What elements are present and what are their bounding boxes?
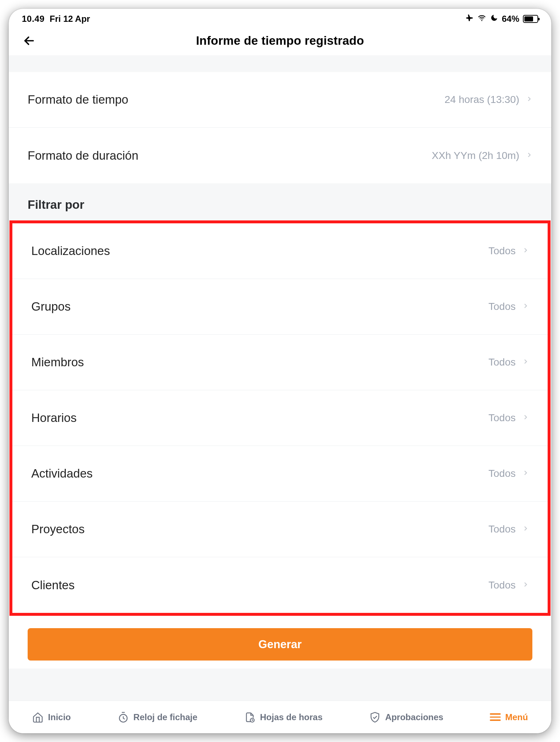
row-filter-members[interactable]: Miembros Todos xyxy=(12,335,548,390)
row-time-format[interactable]: Formato de tiempo 24 horas (13:30) xyxy=(9,72,551,128)
navigation-bar: Informe de tiempo registrado xyxy=(9,26,551,55)
row-label: Horarios xyxy=(31,411,77,425)
battery-icon xyxy=(523,15,538,23)
page-title: Informe de tiempo registrado xyxy=(9,34,551,48)
chevron-right-icon xyxy=(522,468,529,479)
row-value: Todos xyxy=(488,468,516,479)
format-section: Formato de tiempo 24 horas (13:30) Forma… xyxy=(9,72,551,183)
row-value: Todos xyxy=(488,356,516,368)
status-time: 10.49 xyxy=(22,14,45,24)
row-value: Todos xyxy=(488,523,516,535)
shield-check-icon xyxy=(369,711,381,723)
row-label: Proyectos xyxy=(31,522,85,536)
row-value: 24 horas (13:30) xyxy=(445,94,519,105)
chevron-right-icon xyxy=(522,301,529,312)
row-label: Grupos xyxy=(31,300,71,314)
row-value: XXh YYm (2h 10m) xyxy=(432,150,519,161)
tab-timeclock[interactable]: Reloj de fichaje xyxy=(117,711,197,723)
tab-label: Reloj de fichaje xyxy=(133,712,197,722)
filter-section-header: Filtrar por xyxy=(9,183,551,220)
status-date: Fri 12 Apr xyxy=(50,14,90,24)
row-duration-format[interactable]: Formato de duración XXh YYm (2h 10m) xyxy=(9,128,551,183)
row-value: Todos xyxy=(488,579,516,591)
row-filter-schedules[interactable]: Horarios Todos xyxy=(12,390,548,446)
home-icon xyxy=(32,711,44,723)
chevron-right-icon xyxy=(526,94,532,105)
row-label: Formato de tiempo xyxy=(28,93,128,107)
do-not-disturb-icon xyxy=(490,14,498,24)
airplane-mode-icon xyxy=(465,13,473,24)
row-label: Formato de duración xyxy=(28,149,139,163)
content-scroll[interactable]: Formato de tiempo 24 horas (13:30) Forma… xyxy=(9,55,551,701)
row-label: Localizaciones xyxy=(31,244,110,258)
row-value: Todos xyxy=(488,412,516,424)
row-filter-groups[interactable]: Grupos Todos xyxy=(12,279,548,335)
timesheet-icon xyxy=(244,711,256,723)
battery-percent: 64% xyxy=(502,14,519,24)
generate-wrapper: Generar xyxy=(9,616,551,669)
status-bar: 10.49 Fri 12 Apr 64% xyxy=(9,9,551,26)
chevron-right-icon xyxy=(522,412,529,424)
tab-label: Menú xyxy=(505,712,528,722)
row-label: Miembros xyxy=(31,355,84,369)
row-filter-locations[interactable]: Localizaciones Todos xyxy=(12,223,548,279)
generate-button[interactable]: Generar xyxy=(28,628,532,661)
row-filter-clients[interactable]: Clientes Todos xyxy=(12,557,548,613)
tab-label: Inicio xyxy=(48,712,71,722)
tab-label: Hojas de horas xyxy=(260,712,323,722)
row-filter-activities[interactable]: Actividades Todos xyxy=(12,446,548,502)
tab-timesheets[interactable]: Hojas de horas xyxy=(244,711,323,723)
row-label: Clientes xyxy=(31,578,75,592)
tab-bar: Inicio Reloj de fichaje Hojas de horas A… xyxy=(9,701,551,733)
chevron-right-icon xyxy=(522,245,529,257)
row-value: Todos xyxy=(488,301,516,312)
filter-highlight-annotation: Localizaciones Todos Grupos Todos Miembr… xyxy=(9,220,551,616)
tab-approvals[interactable]: Aprobaciones xyxy=(369,711,443,723)
row-label: Actividades xyxy=(31,467,93,480)
chevron-right-icon xyxy=(522,523,529,535)
wifi-icon xyxy=(477,14,487,24)
chevron-right-icon xyxy=(522,356,529,368)
chevron-right-icon xyxy=(526,150,532,161)
row-value: Todos xyxy=(488,245,516,257)
app-frame: 10.49 Fri 12 Apr 64% xyxy=(9,9,551,733)
row-filter-projects[interactable]: Proyectos Todos xyxy=(12,502,548,557)
menu-icon xyxy=(490,713,501,721)
chevron-right-icon xyxy=(522,579,529,591)
stopwatch-icon xyxy=(117,711,129,723)
tab-label: Aprobaciones xyxy=(385,712,443,722)
tab-home[interactable]: Inicio xyxy=(32,711,71,723)
tab-menu[interactable]: Menú xyxy=(490,712,528,722)
